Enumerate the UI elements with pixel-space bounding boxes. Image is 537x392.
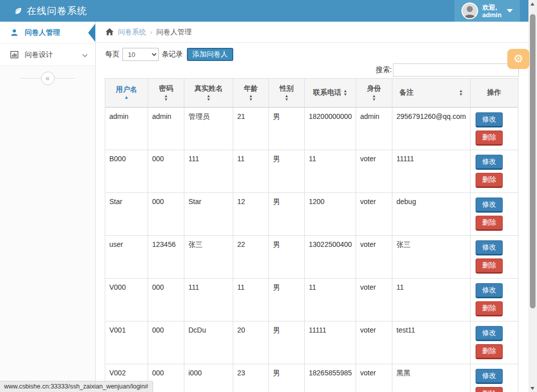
caret-down-icon: [507, 9, 513, 13]
cell-password: 000: [148, 150, 184, 193]
cell-action: 修改删除: [471, 321, 518, 364]
cell-realname: Star: [184, 193, 233, 236]
table-row: V001000DcDu20男11111votertest11修改删除: [105, 321, 518, 364]
cell-username: V001: [105, 321, 148, 364]
cell-remark: 11111: [392, 150, 471, 193]
sidebar-item-respondent-management[interactable]: 问卷人管理: [0, 22, 95, 44]
delete-button[interactable]: 删除: [476, 173, 503, 188]
sidebar-collapse-button[interactable]: «: [41, 72, 54, 85]
cell-age: 22: [233, 236, 269, 279]
table-row: adminadmin管理员21男18200000000admin29567912…: [105, 107, 518, 150]
cell-phone: 18200000000: [305, 107, 356, 150]
col-header-realname[interactable]: 真实姓名▲▼: [184, 79, 233, 107]
delete-button[interactable]: 删除: [476, 301, 503, 316]
edit-button[interactable]: 修改: [476, 369, 503, 384]
cell-remark: debug: [392, 193, 471, 236]
col-header-password[interactable]: 密码▲▼: [148, 79, 184, 107]
table-toolbar: 每页 10 条记录 添加问卷人: [96, 43, 528, 61]
sidebar-item-label: 问卷人管理: [25, 28, 60, 37]
delete-button[interactable]: 删除: [476, 216, 503, 231]
cell-age: 11: [233, 279, 269, 321]
respondent-table: 用户名▲密码▲▼真实姓名▲▼年龄▲▼性别▲▼联系电话▲▼身份▲▼备注▲▼操作 a…: [105, 78, 518, 392]
cell-identity: voter: [356, 236, 392, 279]
table-row: Star000Star12男1200voterdebug修改删除: [105, 193, 518, 236]
breadcrumb-current: 问卷人管理: [156, 28, 191, 37]
cell-realname: i000: [184, 364, 233, 392]
col-header-username[interactable]: 用户名▲: [105, 79, 148, 107]
cell-action: 修改删除: [471, 236, 518, 279]
welcome-text: 欢迎, admin: [482, 4, 501, 19]
cell-password: 000: [148, 364, 184, 392]
per-page-select[interactable]: 10: [122, 48, 159, 61]
cell-username: V000: [105, 279, 148, 321]
cell-identity: voter: [356, 279, 392, 321]
table-row: V002000i00023男18265855985voter黑黑修改删除: [105, 364, 518, 392]
settings-gear-button[interactable]: ⚙: [507, 49, 529, 69]
sort-both-icon: ▲▼: [372, 94, 376, 101]
col-header-remark[interactable]: 备注▲▼: [392, 79, 471, 107]
col-label: 操作: [487, 88, 501, 97]
home-icon[interactable]: [105, 28, 114, 36]
app-window: 在线问卷系统 欢迎, admin 问卷人管理 问卷设计: [0, 0, 537, 392]
cell-password: 000: [148, 321, 184, 364]
search-label: 搜索:: [376, 66, 392, 75]
delete-button[interactable]: 删除: [476, 130, 503, 146]
cell-remark: test11: [392, 321, 471, 364]
sort-both-icon: ▲▼: [459, 89, 463, 96]
breadcrumb-root-link[interactable]: 问卷系统: [118, 28, 146, 37]
add-respondent-button[interactable]: 添加问卷人: [187, 48, 233, 61]
cell-remark: 张三: [392, 236, 471, 279]
cell-phone: 11111: [305, 321, 356, 364]
cell-age: 20: [233, 321, 269, 364]
vertical-scrollbar: [528, 0, 537, 392]
cell-realname: 管理员: [184, 107, 233, 150]
cell-action: 修改删除: [471, 364, 518, 392]
col-label: 真实姓名: [194, 84, 223, 93]
edit-button[interactable]: 修改: [476, 326, 503, 341]
cell-action: 修改删除: [471, 279, 518, 321]
col-header-phone[interactable]: 联系电话▲▼: [305, 79, 356, 107]
delete-button[interactable]: 删除: [476, 387, 503, 392]
sort-both-icon: ▲▼: [164, 94, 168, 101]
main-content: 问卷系统 › 问卷人管理 每页 10 条记录 添加问卷人 搜索: ⚙ 用户名▲密…: [96, 22, 528, 392]
edit-button[interactable]: 修改: [476, 198, 503, 213]
cell-phone: 13022500400: [305, 236, 356, 279]
sidebar-item-questionnaire-design[interactable]: 问卷设计: [0, 44, 95, 66]
cell-gender: 男: [269, 150, 305, 193]
cell-identity: admin: [356, 107, 392, 150]
edit-button[interactable]: 修改: [476, 155, 503, 170]
cell-gender: 男: [269, 193, 305, 236]
cell-identity: voter: [356, 364, 392, 392]
col-label: 密码: [159, 84, 173, 93]
scroll-up-arrow[interactable]: [528, 0, 537, 8]
cell-gender: 男: [269, 279, 305, 321]
user-menu[interactable]: 欢迎, admin: [454, 0, 520, 22]
col-label: 备注: [399, 88, 414, 97]
col-header-age[interactable]: 年龄▲▼: [233, 79, 269, 107]
cell-realname: 111: [184, 150, 233, 193]
col-label: 性别: [280, 84, 294, 93]
cell-age: 11: [233, 150, 269, 193]
col-label: 年龄: [244, 84, 258, 93]
edit-button[interactable]: 修改: [476, 112, 503, 127]
delete-button[interactable]: 删除: [476, 258, 503, 274]
col-header-identity[interactable]: 身份▲▼: [356, 79, 392, 107]
leaf-icon: [14, 7, 22, 15]
cell-gender: 男: [269, 321, 305, 364]
scrollbar-thumb[interactable]: [530, 14, 535, 308]
search-input[interactable]: [393, 63, 519, 77]
delete-button[interactable]: 删除: [476, 344, 503, 359]
cell-realname: 张三: [184, 236, 233, 279]
breadcrumb: 问卷系统 › 问卷人管理: [96, 22, 528, 43]
col-header-gender[interactable]: 性别▲▼: [269, 79, 305, 107]
cell-username: Star: [105, 193, 148, 236]
cell-age: 23: [233, 364, 269, 392]
edit-button[interactable]: 修改: [476, 240, 503, 255]
sort-both-icon: ▲▼: [249, 94, 253, 101]
active-arrow-icon: [88, 24, 95, 42]
cell-phone: 18265855985: [305, 364, 356, 392]
edit-button[interactable]: 修改: [476, 283, 503, 298]
col-label: 联系电话: [313, 88, 342, 97]
chevron-down-icon: [82, 52, 87, 57]
scroll-down-arrow[interactable]: [528, 384, 537, 392]
